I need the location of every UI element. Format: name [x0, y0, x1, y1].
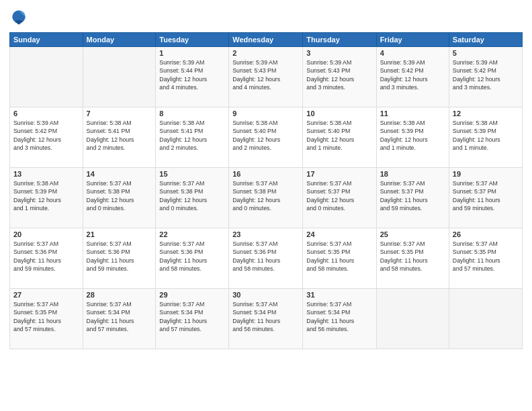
- calendar-cell: 23Sunrise: 5:37 AM Sunset: 5:36 PM Dayli…: [229, 228, 303, 289]
- day-info: Sunrise: 5:38 AM Sunset: 5:41 PM Dayligh…: [87, 119, 152, 152]
- day-number: 16: [232, 170, 299, 178]
- day-info: Sunrise: 5:37 AM Sunset: 5:34 PM Dayligh…: [232, 300, 299, 333]
- day-info: Sunrise: 5:39 AM Sunset: 5:44 PM Dayligh…: [159, 58, 225, 91]
- calendar-cell: [376, 289, 449, 349]
- day-info: Sunrise: 5:37 AM Sunset: 5:35 PM Dayligh…: [13, 300, 79, 333]
- day-number: 22: [159, 230, 225, 238]
- day-number: 15: [159, 170, 225, 178]
- day-number: 11: [380, 109, 445, 118]
- day-number: 26: [453, 230, 519, 238]
- calendar-cell: 1Sunrise: 5:39 AM Sunset: 5:44 PM Daylig…: [156, 47, 229, 107]
- calendar-cell: 14Sunrise: 5:37 AM Sunset: 5:38 PM Dayli…: [83, 168, 156, 228]
- week-row-1: 6Sunrise: 5:39 AM Sunset: 5:42 PM Daylig…: [10, 107, 523, 168]
- day-info: Sunrise: 5:37 AM Sunset: 5:38 PM Dayligh…: [159, 179, 225, 212]
- calendar-cell: 9Sunrise: 5:38 AM Sunset: 5:40 PM Daylig…: [229, 107, 303, 168]
- calendar-cell: 24Sunrise: 5:37 AM Sunset: 5:35 PM Dayli…: [303, 228, 376, 289]
- day-info: Sunrise: 5:37 AM Sunset: 5:36 PM Dayligh…: [13, 240, 79, 273]
- day-number: 21: [87, 230, 152, 238]
- day-info: Sunrise: 5:37 AM Sunset: 5:36 PM Dayligh…: [87, 240, 152, 273]
- calendar-cell: 6Sunrise: 5:39 AM Sunset: 5:42 PM Daylig…: [10, 107, 83, 168]
- day-info: Sunrise: 5:38 AM Sunset: 5:41 PM Dayligh…: [159, 119, 225, 152]
- calendar-cell: [83, 47, 156, 107]
- day-info: Sunrise: 5:37 AM Sunset: 5:35 PM Dayligh…: [380, 240, 445, 273]
- day-info: Sunrise: 5:37 AM Sunset: 5:37 PM Dayligh…: [306, 179, 372, 212]
- day-info: Sunrise: 5:38 AM Sunset: 5:39 PM Dayligh…: [453, 119, 519, 152]
- calendar-cell: 2Sunrise: 5:39 AM Sunset: 5:43 PM Daylig…: [229, 47, 303, 107]
- day-number: 3: [306, 49, 372, 57]
- calendar-cell: 20Sunrise: 5:37 AM Sunset: 5:36 PM Dayli…: [10, 228, 83, 289]
- calendar-header: SundayMondayTuesdayWednesdayThursdayFrid…: [10, 33, 523, 47]
- calendar-cell: 13Sunrise: 5:38 AM Sunset: 5:39 PM Dayli…: [10, 168, 83, 228]
- day-number: 30: [232, 291, 299, 299]
- calendar-cell: 21Sunrise: 5:37 AM Sunset: 5:36 PM Dayli…: [83, 228, 156, 289]
- day-info: Sunrise: 5:38 AM Sunset: 5:40 PM Dayligh…: [232, 119, 299, 152]
- day-number: 6: [13, 109, 79, 118]
- day-info: Sunrise: 5:39 AM Sunset: 5:42 PM Dayligh…: [13, 119, 79, 152]
- header-day-friday: Friday: [376, 33, 449, 47]
- day-number: 23: [232, 230, 299, 238]
- calendar-cell: 3Sunrise: 5:39 AM Sunset: 5:43 PM Daylig…: [303, 47, 376, 107]
- logo-icon: [9, 8, 28, 27]
- day-number: 13: [13, 170, 79, 178]
- calendar-cell: 17Sunrise: 5:37 AM Sunset: 5:37 PM Dayli…: [303, 168, 376, 228]
- logo: [9, 8, 31, 27]
- calendar-body: 1Sunrise: 5:39 AM Sunset: 5:44 PM Daylig…: [10, 47, 523, 349]
- header-day-monday: Monday: [83, 33, 156, 47]
- calendar-cell: 26Sunrise: 5:37 AM Sunset: 5:35 PM Dayli…: [449, 228, 522, 289]
- day-info: Sunrise: 5:37 AM Sunset: 5:34 PM Dayligh…: [159, 300, 225, 333]
- day-number: 10: [306, 109, 372, 118]
- header-day-tuesday: Tuesday: [156, 33, 229, 47]
- day-info: Sunrise: 5:39 AM Sunset: 5:43 PM Dayligh…: [232, 58, 299, 91]
- calendar-cell: 31Sunrise: 5:37 AM Sunset: 5:34 PM Dayli…: [303, 289, 376, 349]
- day-info: Sunrise: 5:37 AM Sunset: 5:34 PM Dayligh…: [306, 300, 372, 333]
- page: SundayMondayTuesdayWednesdayThursdayFrid…: [0, 0, 532, 411]
- calendar-cell: 25Sunrise: 5:37 AM Sunset: 5:35 PM Dayli…: [376, 228, 449, 289]
- calendar-cell: [10, 47, 83, 107]
- day-info: Sunrise: 5:39 AM Sunset: 5:42 PM Dayligh…: [380, 58, 445, 91]
- header-day-saturday: Saturday: [449, 33, 522, 47]
- header: [9, 8, 523, 27]
- calendar-cell: 22Sunrise: 5:37 AM Sunset: 5:36 PM Dayli…: [156, 228, 229, 289]
- day-info: Sunrise: 5:37 AM Sunset: 5:36 PM Dayligh…: [232, 240, 299, 273]
- week-row-2: 13Sunrise: 5:38 AM Sunset: 5:39 PM Dayli…: [10, 168, 523, 228]
- calendar-cell: 19Sunrise: 5:37 AM Sunset: 5:37 PM Dayli…: [449, 168, 522, 228]
- day-number: 25: [380, 230, 445, 238]
- day-number: 5: [453, 49, 519, 57]
- day-info: Sunrise: 5:37 AM Sunset: 5:34 PM Dayligh…: [87, 300, 152, 333]
- day-number: 4: [380, 49, 445, 57]
- day-info: Sunrise: 5:37 AM Sunset: 5:37 PM Dayligh…: [453, 179, 519, 212]
- day-info: Sunrise: 5:37 AM Sunset: 5:37 PM Dayligh…: [380, 179, 445, 212]
- day-number: 18: [380, 170, 445, 178]
- day-number: 1: [159, 49, 225, 57]
- day-info: Sunrise: 5:37 AM Sunset: 5:35 PM Dayligh…: [453, 240, 519, 273]
- day-number: 20: [13, 230, 79, 238]
- day-number: 31: [306, 291, 372, 299]
- day-number: 29: [159, 291, 225, 299]
- day-number: 28: [87, 291, 152, 299]
- day-number: 8: [159, 109, 225, 118]
- day-info: Sunrise: 5:38 AM Sunset: 5:39 PM Dayligh…: [380, 119, 445, 152]
- week-row-0: 1Sunrise: 5:39 AM Sunset: 5:44 PM Daylig…: [10, 47, 523, 107]
- calendar-cell: 30Sunrise: 5:37 AM Sunset: 5:34 PM Dayli…: [229, 289, 303, 349]
- day-number: 2: [232, 49, 299, 57]
- calendar-cell: [449, 289, 522, 349]
- week-row-3: 20Sunrise: 5:37 AM Sunset: 5:36 PM Dayli…: [10, 228, 523, 289]
- day-number: 27: [13, 291, 79, 299]
- calendar-cell: 7Sunrise: 5:38 AM Sunset: 5:41 PM Daylig…: [83, 107, 156, 168]
- calendar-cell: 4Sunrise: 5:39 AM Sunset: 5:42 PM Daylig…: [376, 47, 449, 107]
- calendar-cell: 12Sunrise: 5:38 AM Sunset: 5:39 PM Dayli…: [449, 107, 522, 168]
- calendar-cell: 8Sunrise: 5:38 AM Sunset: 5:41 PM Daylig…: [156, 107, 229, 168]
- day-number: 24: [306, 230, 372, 238]
- calendar-cell: 11Sunrise: 5:38 AM Sunset: 5:39 PM Dayli…: [376, 107, 449, 168]
- calendar-cell: 29Sunrise: 5:37 AM Sunset: 5:34 PM Dayli…: [156, 289, 229, 349]
- calendar-cell: 15Sunrise: 5:37 AM Sunset: 5:38 PM Dayli…: [156, 168, 229, 228]
- header-day-thursday: Thursday: [303, 33, 376, 47]
- calendar-cell: 18Sunrise: 5:37 AM Sunset: 5:37 PM Dayli…: [376, 168, 449, 228]
- day-info: Sunrise: 5:37 AM Sunset: 5:36 PM Dayligh…: [159, 240, 225, 273]
- day-info: Sunrise: 5:38 AM Sunset: 5:40 PM Dayligh…: [306, 119, 372, 152]
- header-day-wednesday: Wednesday: [229, 33, 303, 47]
- calendar-cell: 5Sunrise: 5:39 AM Sunset: 5:42 PM Daylig…: [449, 47, 522, 107]
- calendar-cell: 27Sunrise: 5:37 AM Sunset: 5:35 PM Dayli…: [10, 289, 83, 349]
- day-info: Sunrise: 5:37 AM Sunset: 5:38 PM Dayligh…: [87, 179, 152, 212]
- day-number: 12: [453, 109, 519, 118]
